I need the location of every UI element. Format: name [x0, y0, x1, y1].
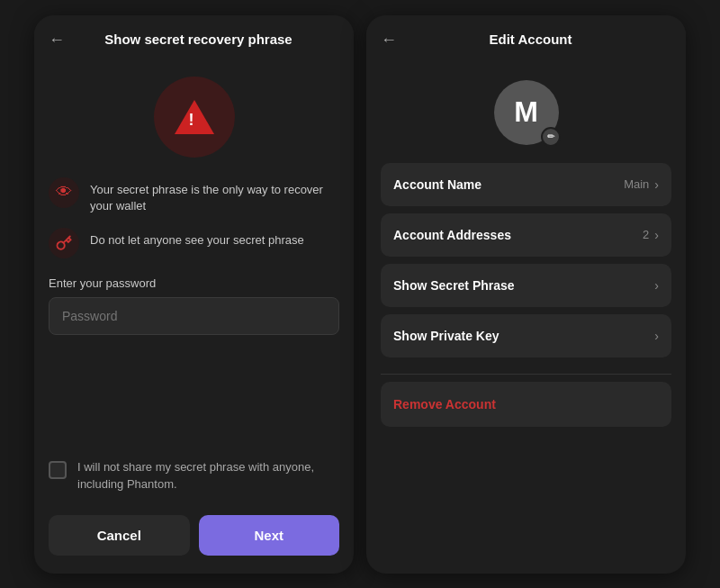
left-title: Show secret recovery phrase	[74, 32, 339, 47]
left-phone-card: ← Show secret recovery phrase 👁 Your sec…	[34, 15, 354, 574]
info-item-1: Do not let anyone see your secret phrase	[49, 228, 339, 258]
password-section: Enter your password	[34, 276, 354, 443]
chevron-icon-3: ›	[654, 329, 659, 343]
account-addresses-left: Account Addresses	[393, 228, 511, 242]
checkbox-row: I will not share my secret phrase with a…	[34, 459, 354, 493]
show-secret-phrase-left: Show Secret Phrase	[393, 278, 515, 293]
info-item-0: 👁 Your secret phrase is the only way to …	[49, 177, 339, 216]
account-addresses-item[interactable]: Account Addresses 2 ›	[381, 213, 671, 257]
account-name-value: Main	[624, 177, 649, 191]
show-private-key-item[interactable]: Show Private Key ›	[381, 314, 671, 357]
password-label: Enter your password	[49, 276, 339, 290]
show-private-key-label: Show Private Key	[393, 329, 500, 343]
right-title: Edit Account	[406, 32, 671, 47]
right-back-button[interactable]: ←	[381, 32, 397, 48]
remove-account-item[interactable]: Remove Account	[381, 382, 671, 427]
left-header: ← Show secret recovery phrase	[34, 15, 354, 60]
warning-triangle-icon	[175, 100, 214, 134]
chevron-icon-2: ›	[654, 278, 659, 293]
key-icon	[49, 228, 79, 258]
account-addresses-value: 2	[643, 228, 649, 241]
checkbox-label: I will not share my secret phrase with a…	[77, 459, 339, 493]
right-phone-card: ← Edit Account M ✏ Account Name Main	[366, 15, 686, 574]
account-addresses-label: Account Addresses	[393, 228, 511, 242]
divider	[381, 374, 671, 375]
info-text-0: Your secret phrase is the only way to re…	[90, 177, 339, 216]
show-private-key-right: ›	[654, 329, 659, 343]
account-addresses-right: 2 ›	[643, 228, 659, 242]
next-button[interactable]: Next	[199, 515, 340, 556]
show-secret-phrase-right: ›	[654, 278, 659, 293]
account-name-label: Account Name	[393, 177, 482, 192]
chevron-icon-1: ›	[654, 228, 659, 242]
info-text-1: Do not let anyone see your secret phrase	[90, 228, 304, 249]
info-list: 👁 Your secret phrase is the only way to …	[34, 177, 354, 259]
password-input[interactable]	[49, 297, 339, 335]
button-row: Cancel Next	[34, 506, 354, 574]
menu-list: Account Name Main › Account Addresses 2 …	[366, 163, 686, 574]
eye-icon: 👁	[49, 177, 79, 208]
left-back-button[interactable]: ←	[49, 32, 65, 48]
agree-checkbox[interactable]	[49, 461, 67, 479]
account-name-item[interactable]: Account Name Main ›	[381, 163, 671, 206]
app-wrapper: ← Show secret recovery phrase 👁 Your sec…	[23, 5, 697, 584]
account-name-left: Account Name	[393, 177, 482, 192]
avatar-section: M ✏	[366, 60, 686, 163]
left-panel: ← Show secret recovery phrase 👁 Your sec…	[34, 15, 354, 574]
show-private-key-left: Show Private Key	[393, 329, 500, 343]
cancel-button[interactable]: Cancel	[49, 515, 190, 556]
remove-account-label: Remove Account	[393, 397, 496, 412]
avatar-letter: M	[514, 95, 538, 129]
warning-icon-circle	[154, 77, 235, 158]
show-secret-phrase-item[interactable]: Show Secret Phrase ›	[381, 264, 671, 307]
right-panel: ← Edit Account M ✏ Account Name Main	[366, 15, 686, 574]
chevron-icon-0: ›	[654, 177, 659, 192]
avatar: M ✏	[494, 80, 559, 145]
account-name-right: Main ›	[624, 177, 659, 192]
edit-avatar-button[interactable]: ✏	[541, 127, 561, 147]
show-secret-phrase-label: Show Secret Phrase	[393, 278, 515, 293]
right-header: ← Edit Account	[366, 15, 686, 60]
